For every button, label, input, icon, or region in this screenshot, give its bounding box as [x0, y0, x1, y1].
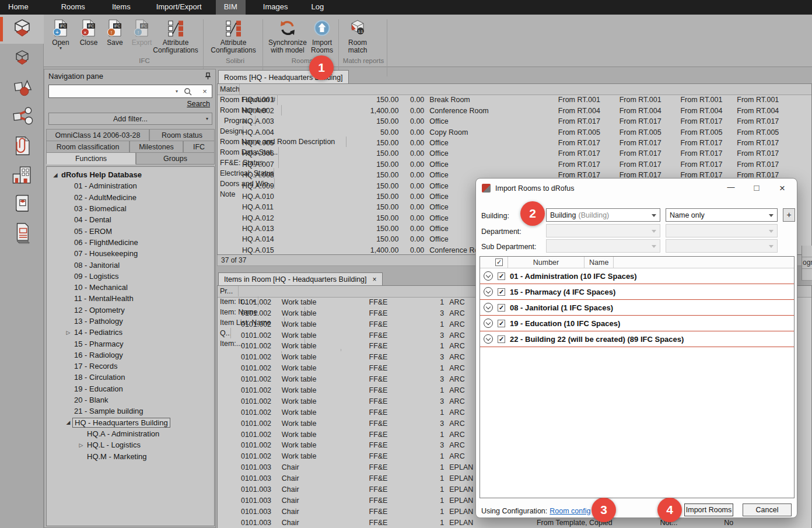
space-group-row[interactable]: ✓19 - Education (10 IFC Spaces) [480, 316, 794, 331]
group-checkbox[interactable]: ✓ [498, 304, 505, 312]
expand-group-icon[interactable] [484, 287, 493, 296]
tab-room-status[interactable]: Room status [149, 129, 215, 141]
name-mode-select[interactable]: Name only [666, 208, 778, 222]
open-button[interactable]: IFC+ Open ▾ [48, 18, 74, 50]
space-group-row[interactable]: ✓15 - Pharmacy (4 IFC Spaces) [480, 284, 794, 300]
import-rooms-button[interactable]: Import Rooms [308, 18, 336, 54]
tree-item[interactable]: 16 - Radiology [47, 349, 214, 361]
expand-group-icon[interactable] [484, 334, 493, 344]
close-button[interactable]: IFC× Close [76, 18, 102, 47]
tree-item[interactable]: HQ.A - Administration [47, 428, 214, 439]
expand-group-icon[interactable] [484, 271, 493, 281]
tree-item[interactable]: 20 - Blank [47, 394, 214, 405]
tree-item[interactable]: 19 - Education [47, 383, 214, 394]
room-row[interactable]: HQ.A.005150.000.00OfficeFrom RT.017From … [218, 138, 811, 149]
menu-bim[interactable]: BIM [216, 0, 246, 15]
sidebar-catalog-icon[interactable] [0, 190, 44, 219]
tab-omniclass[interactable]: OmniClass 14 2006-03-28 [46, 129, 149, 141]
tree-item[interactable]: 13 - Pathology [47, 316, 214, 327]
clear-search-icon[interactable]: × [198, 87, 212, 96]
room-row[interactable]: HQ.A.006150.000.00OfficeFrom RT.017From … [218, 149, 811, 159]
import-rooms-confirm-button[interactable]: Import Rooms [684, 503, 733, 516]
tab-functions[interactable]: Functions [46, 152, 136, 165]
room-row[interactable]: HQ.A.003150.000.00OfficeFrom RT.017From … [218, 117, 811, 127]
item-row[interactable]: 0101.003ChairFF&E1EPLANFrom Template, Co… [218, 518, 811, 528]
search-link[interactable]: Search [187, 100, 210, 108]
group-checkbox[interactable]: ✓ [498, 320, 505, 327]
open-dropdown-caret[interactable]: ▾ [48, 47, 74, 50]
tree-item[interactable]: ▷14 - Pediatrics [47, 327, 214, 338]
tree-item[interactable]: 09 - Logistics [47, 271, 214, 282]
minimize-icon[interactable]: — [722, 183, 740, 194]
collapse-icon[interactable]: ◢ [51, 172, 60, 178]
tree-item[interactable]: 08 - Janitorial [47, 259, 214, 270]
menu-home[interactable]: Home [0, 0, 37, 15]
expand-group-icon[interactable] [484, 319, 493, 328]
attribute-configurations-ifc-button[interactable]: Attribute Configurations [152, 18, 200, 54]
room-row[interactable]: HQ.A.001150.000.00Break RoomFrom RT.001F… [218, 95, 811, 106]
tree-item[interactable]: ◢HQ - Headquarters Building [47, 417, 214, 428]
expand-icon[interactable]: ▷ [64, 330, 72, 335]
menu-log[interactable]: Log [303, 0, 332, 15]
cancel-button[interactable]: Cancel [743, 503, 792, 516]
attribute-configurations-solibri-button[interactable]: Attribute Configurations [209, 18, 257, 54]
menu-rooms[interactable]: Rooms [53, 0, 93, 15]
tree-item[interactable]: ◢dRofus Help Database [47, 169, 214, 180]
close-icon[interactable]: × [774, 183, 791, 194]
items-in-room-tab[interactable]: Items in Room [HQ - Headquarters Buildin… [218, 272, 383, 286]
items-header-row[interactable]: Pr...Item: It...Item: NameItem List: Nam… [218, 286, 341, 297]
group-checkbox[interactable]: ✓ [498, 272, 505, 280]
pin-icon[interactable] [205, 72, 211, 80]
tree-item[interactable]: 10 - Mechanical [47, 282, 214, 293]
sidebar-room-templates-icon[interactable] [0, 44, 44, 73]
sidebar-attachments-icon[interactable] [0, 131, 44, 160]
select-all-checkbox[interactable]: ✓ [495, 258, 503, 266]
building-select[interactable]: Building (Building) [546, 208, 660, 222]
sidebar-buildings-icon[interactable] [0, 160, 44, 190]
search-icon[interactable] [184, 88, 198, 96]
room-row[interactable]: HQ.A.007150.000.00OfficeFrom RT.017From … [218, 160, 811, 170]
room-row[interactable]: HQ.A.0021,400.000.00Conference RoomFrom … [218, 106, 811, 117]
tree-item[interactable]: 03 - Biomedical [47, 203, 214, 214]
expand-icon[interactable]: ▷ [77, 442, 85, 448]
space-group-row[interactable]: ✓08 - Janitorial (1 IFC Spaces) [480, 300, 794, 316]
save-button[interactable]: IFC↑ Save [103, 18, 127, 47]
sidebar-items-icon[interactable] [0, 73, 44, 102]
tree-item[interactable]: 12 - Optometry [47, 305, 214, 316]
tree-item[interactable]: 17 - Records [47, 361, 214, 372]
menu-import-export[interactable]: Import/Export [148, 0, 210, 15]
menu-images[interactable]: Images [255, 0, 296, 15]
tree-item[interactable]: HQ.M - Marketing [47, 450, 214, 461]
space-group-row[interactable]: ✓01 - Administration (10 IFC Spaces) [480, 268, 794, 284]
add-filter-button[interactable]: Add filter... ▾ [48, 113, 212, 125]
group-checkbox[interactable]: ✓ [498, 335, 505, 343]
name-column-header[interactable]: Name [584, 258, 608, 267]
group-checkbox[interactable]: ✓ [498, 288, 505, 296]
expand-group-icon[interactable] [484, 303, 493, 312]
number-column-header[interactable]: Number [508, 258, 584, 267]
collapse-icon[interactable]: ◢ [64, 419, 72, 425]
maximize-icon[interactable]: □ [748, 183, 765, 194]
tree-item[interactable]: 02 - AdultMedicine [47, 192, 214, 203]
tree-item[interactable]: 01 - Administration [47, 180, 214, 191]
search-input[interactable] [49, 88, 170, 96]
synchronize-with-model-button[interactable]: Synchronize with model [268, 18, 307, 54]
tree-item[interactable]: 21 - Sample building [47, 405, 214, 417]
add-level-button[interactable]: + [783, 208, 795, 222]
menu-items[interactable]: Items [104, 0, 139, 15]
tree-item[interactable]: 06 - FlightMedicine [47, 237, 214, 248]
tree-item[interactable]: 05 - EROM [47, 225, 214, 236]
space-group-row[interactable]: ✓22 - Building 22 (will be created) (89 … [480, 331, 794, 347]
room-config-link[interactable]: Room config [550, 507, 590, 515]
tab-groups[interactable]: Groups [136, 152, 215, 165]
tab-room-classification[interactable]: Room classification [46, 141, 130, 153]
rooms-header-row[interactable]: MatchRoom Function #Room NumberProgra...… [218, 84, 346, 95]
tree-item[interactable]: 07 - Housekeeping [47, 248, 214, 259]
sidebar-systems-icon[interactable] [0, 102, 44, 131]
tab-ifc[interactable]: IFC [183, 141, 215, 153]
room-row[interactable]: HQ.A.00450.000.00Copy RoomFrom RT.005Fro… [218, 128, 811, 138]
tree-item[interactable]: 04 - Dental [47, 214, 214, 225]
sidebar-rooms-icon[interactable] [0, 15, 44, 44]
room-match-button[interactable]: 1:1 Room match [342, 18, 373, 54]
tree-item[interactable]: 15 - Pharmacy [47, 338, 214, 349]
